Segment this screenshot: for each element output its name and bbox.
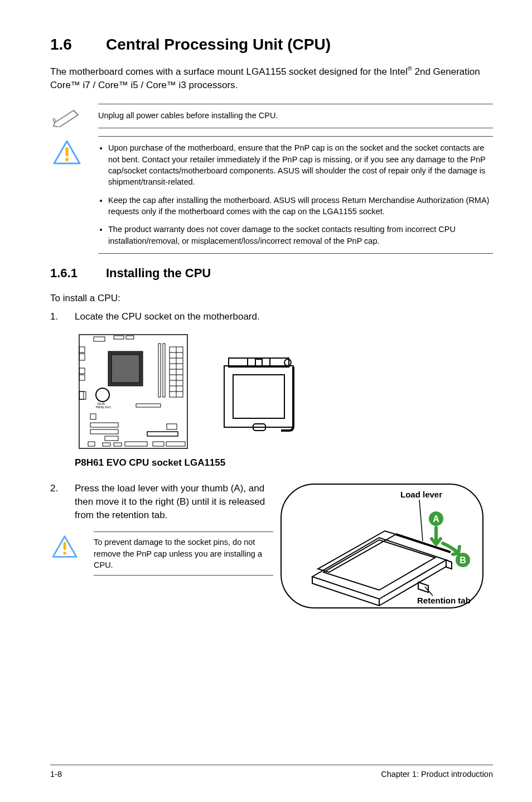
list-item: 2. Press the load lever with your thumb … <box>50 482 273 521</box>
svg-rect-9 <box>79 375 85 380</box>
page-number: 1-8 <box>50 769 62 780</box>
to-install-label: To install a CPU: <box>50 292 493 305</box>
svg-rect-8 <box>79 368 85 374</box>
caution-body: Upon purchase of the motherboard, ensure… <box>98 136 493 253</box>
diagram-row: /SUS P8H61 EVO <box>75 330 493 453</box>
motherboard-diagram: /SUS P8H61 EVO <box>75 330 192 453</box>
section-heading: 1.6Central Processing Unit (CPU) <box>50 33 493 55</box>
intro-part1: The motherboard comes with a surface mou… <box>50 66 408 77</box>
svg-rect-14 <box>158 344 161 397</box>
svg-rect-15 <box>163 344 165 397</box>
step-number: 1. <box>50 310 75 323</box>
subsection-heading: 1.6.1Installing the CPU <box>50 265 493 282</box>
svg-rect-39 <box>153 442 164 446</box>
list-item: Keep the cap after installing the mother… <box>108 195 493 218</box>
step2-caution-text: To prevent damage to the socket pins, do… <box>94 532 273 576</box>
svg-rect-35 <box>88 442 95 446</box>
subsection-title: Installing the CPU <box>106 266 211 280</box>
svg-rect-46 <box>255 359 262 366</box>
step1-text: Locate the CPU socket on the motherboard… <box>75 310 493 323</box>
svg-rect-26 <box>136 404 161 407</box>
list-item: Upon purchase of the motherboard, ensure… <box>108 142 493 187</box>
svg-line-52 <box>419 500 423 541</box>
list-item: The product warranty does not cover dama… <box>108 224 493 247</box>
steps-list: 1. Locate the CPU socket on the motherbo… <box>50 310 493 323</box>
svg-rect-5 <box>126 336 134 339</box>
step2-text: Press the load lever with your thumb (A)… <box>75 482 273 521</box>
svg-rect-36 <box>103 443 110 446</box>
retention-tab-label: Retention tab <box>417 596 471 605</box>
list-item: 1. Locate the CPU socket on the motherbo… <box>50 310 493 323</box>
steps-list-2: 2. Press the load lever with your thumb … <box>50 482 273 521</box>
intro-paragraph: The motherboard comes with a surface mou… <box>50 65 493 93</box>
step-number: 2. <box>50 482 75 521</box>
section-title: Central Processing Unit (CPU) <box>106 36 331 53</box>
caution-list: Upon purchase of the motherboard, ensure… <box>98 142 493 246</box>
svg-rect-6 <box>79 347 85 352</box>
svg-rect-30 <box>90 429 118 434</box>
svg-rect-7 <box>79 354 85 360</box>
registered-mark: ® <box>408 65 412 72</box>
lever-diagram: Load lever A B Retention tab <box>279 482 493 613</box>
load-lever-label: Load lever <box>400 490 442 499</box>
step2-row: 2. Press the load lever with your thumb … <box>50 482 493 613</box>
svg-rect-3 <box>94 337 105 341</box>
mobo-model-label: P8H61 EVO <box>96 405 111 409</box>
diagram-caption: P8H61 EVO CPU socket LGA1155 <box>75 456 493 470</box>
svg-rect-28 <box>90 414 96 419</box>
svg-rect-10 <box>79 392 86 399</box>
svg-point-1 <box>65 158 69 161</box>
svg-point-50 <box>63 552 66 555</box>
svg-rect-31 <box>105 436 118 441</box>
socket-closeup-diagram <box>214 347 303 436</box>
note-unplug: Unplug all power cables before installin… <box>50 104 493 128</box>
svg-rect-51 <box>281 484 483 608</box>
svg-point-27 <box>96 388 109 402</box>
caution-icon <box>50 532 79 558</box>
svg-rect-29 <box>90 423 118 427</box>
svg-rect-11 <box>79 392 84 399</box>
step2-caution: To prevent damage to the socket pins, do… <box>50 532 273 576</box>
svg-rect-13 <box>112 355 139 383</box>
svg-rect-32 <box>167 424 177 429</box>
svg-rect-4 <box>114 336 124 339</box>
chapter-label: Chapter 1: Product introduction <box>381 769 493 780</box>
svg-rect-33 <box>147 432 178 436</box>
svg-rect-42 <box>233 375 284 418</box>
marker-b: B <box>460 555 466 565</box>
svg-rect-49 <box>64 542 66 550</box>
svg-rect-37 <box>114 443 122 446</box>
section-number: 1.6 <box>50 33 106 55</box>
svg-rect-40 <box>166 442 185 446</box>
svg-rect-0 <box>65 147 68 156</box>
note-unplug-text: Unplug all power cables before installin… <box>98 104 493 128</box>
page-footer: 1-8 Chapter 1: Product introduction <box>50 765 493 780</box>
note-caution: Upon purchase of the motherboard, ensure… <box>50 136 493 253</box>
pen-icon <box>50 104 84 127</box>
caution-icon <box>50 136 84 165</box>
marker-a: A <box>433 514 439 524</box>
svg-rect-38 <box>125 442 147 446</box>
svg-rect-34 <box>147 432 178 436</box>
subsection-number: 1.6.1 <box>50 265 106 282</box>
svg-point-47 <box>284 359 291 366</box>
